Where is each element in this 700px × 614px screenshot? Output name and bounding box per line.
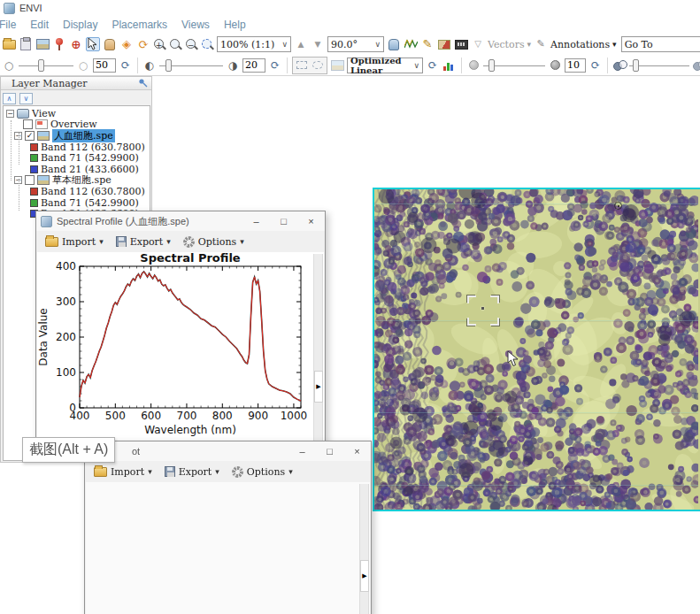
- dropdown-arrow-icon: ▾: [166, 237, 171, 246]
- sharpen-slider[interactable]: [483, 58, 545, 73]
- brightness-slider-thumb[interactable]: [38, 59, 44, 72]
- options-menu[interactable]: Options ▾: [183, 236, 244, 248]
- export-menu[interactable]: Export ▾: [116, 236, 171, 248]
- plot-window-titlebar[interactable]: ot – □ ×: [85, 441, 371, 461]
- sharpen-slider-thumb[interactable]: [488, 59, 495, 72]
- chip-view-icon[interactable]: [35, 37, 50, 51]
- annotations-dropdown[interactable]: ✎ Annotations ▾: [534, 37, 617, 51]
- image-display-view[interactable]: [373, 188, 700, 511]
- menu-edit[interactable]: Edit: [27, 18, 51, 32]
- transparency-slider-thumb[interactable]: [633, 59, 639, 72]
- tree-item-file1[interactable]: − ✓ 人血细胞.spe: [4, 130, 150, 142]
- overview-icon: [35, 119, 48, 129]
- envi-application: ENVI File Edit Display Placemarks Views …: [0, 0, 700, 614]
- import-menu[interactable]: Import ▾: [94, 466, 152, 478]
- collapse-right-icon: ▶: [316, 383, 320, 390]
- export-menu[interactable]: Export ▾: [165, 466, 219, 478]
- expand-panel-handle[interactable]: ▶: [360, 560, 369, 592]
- layer-manager-header[interactable]: Layer Manager: [1, 77, 151, 90]
- transparency-low-icon: [612, 58, 627, 73]
- zoom-tool-icon[interactable]: [169, 38, 182, 51]
- rotate-view-icon[interactable]: ⟳: [136, 37, 150, 51]
- sharpen-input[interactable]: [565, 58, 586, 73]
- options-menu[interactable]: Options ▾: [232, 466, 293, 478]
- minimize-button[interactable]: –: [242, 211, 270, 231]
- collapse-all-button[interactable]: ∧: [3, 93, 16, 104]
- vectors-icon: ▽: [471, 37, 485, 51]
- menu-file[interactable]: File: [0, 18, 19, 32]
- sharpen-low-icon: [466, 58, 481, 73]
- zoom-down-icon[interactable]: ▼: [311, 37, 325, 51]
- data-manager-icon[interactable]: [19, 37, 33, 51]
- contrast-slider[interactable]: [159, 58, 223, 73]
- crosshairs-icon[interactable]: ⊕: [69, 37, 83, 51]
- export-icon: [165, 466, 175, 477]
- tree-item-band[interactable]: Band 71 (542.9900): [4, 152, 150, 164]
- brightness-slider[interactable]: [19, 58, 73, 73]
- band-math-icon[interactable]: [454, 37, 468, 51]
- spectral-profile-icon[interactable]: [404, 37, 418, 51]
- transparency-slider[interactable]: [629, 58, 689, 73]
- contrast-slider-thumb[interactable]: [165, 59, 172, 72]
- minimize-button[interactable]: –: [288, 441, 316, 461]
- fly-tool-icon[interactable]: ◈: [119, 37, 134, 51]
- plot-window[interactable]: ot – □ × Import ▾ Export ▾ Options ▾: [84, 441, 372, 614]
- spectral-window-titlebar[interactable]: Spectral Profile (人血细胞.spe) – □ ×: [36, 211, 325, 231]
- expand-all-button[interactable]: ∨: [19, 93, 33, 104]
- select-cursor-icon[interactable]: [86, 37, 100, 51]
- arbitrary-profile-icon[interactable]: [387, 37, 401, 51]
- zoom-level-select[interactable]: 100% (1:1) ∨: [217, 36, 291, 52]
- file1-checkbox[interactable]: ✓: [25, 131, 35, 141]
- vectors-dropdown[interactable]: ▽ Vectors ▾: [471, 37, 531, 51]
- contrast-input[interactable]: [242, 58, 265, 73]
- tree-item-band[interactable]: Band 112 (630.7800): [4, 142, 150, 153]
- goto-combobox[interactable]: Go To ∨: [621, 36, 700, 52]
- main-toolbar: ⊕ ◈ ⟳ + − 100% (1:1) ∨ ▲ ▼ 90.0° ∨ ✎ ▽ V…: [0, 34, 700, 55]
- brightness-input[interactable]: [93, 58, 116, 73]
- menu-views[interactable]: Views: [179, 18, 212, 32]
- pan-hand-icon[interactable]: [103, 37, 117, 51]
- zoom-out-icon[interactable]: −: [185, 38, 198, 51]
- open-file-icon[interactable]: [2, 37, 16, 51]
- rotation-select[interactable]: 90.0° ∨: [327, 36, 384, 52]
- menu-help[interactable]: Help: [221, 18, 249, 32]
- annotation-pencil-icon[interactable]: ✎: [420, 37, 435, 51]
- menu-display[interactable]: Display: [60, 18, 100, 32]
- file2-checkbox[interactable]: [25, 175, 35, 185]
- collapse-icon[interactable]: −: [6, 110, 14, 118]
- stretch-ellipse-icon[interactable]: [311, 58, 325, 73]
- green-band-chip: [30, 154, 38, 162]
- import-menu[interactable]: Import ▾: [45, 236, 104, 248]
- tree-item-band[interactable]: Band 71 (542.9900): [4, 197, 150, 209]
- zoom-to-extent-icon[interactable]: [201, 38, 214, 51]
- menu-placemarks[interactable]: Placemarks: [109, 18, 170, 32]
- layer-manager-title: Layer Manager: [12, 78, 88, 89]
- spectral-profile-window[interactable]: Spectral Profile (人血细胞.spe) – □ × Import…: [35, 211, 326, 448]
- pin-panel-icon[interactable]: [138, 78, 148, 89]
- stretch-apply-icon[interactable]: [330, 58, 344, 73]
- brightness-high-icon: ○: [76, 58, 90, 73]
- maximize-button[interactable]: □: [316, 441, 343, 461]
- stretch-type-select[interactable]: Optimized Linear ∨: [347, 58, 423, 73]
- zoom-up-icon[interactable]: ▲: [294, 37, 308, 51]
- expand-panel-handle[interactable]: ▶: [314, 371, 323, 403]
- maximize-button[interactable]: □: [270, 211, 297, 231]
- stretch-reset-icon[interactable]: ⟳: [426, 58, 440, 73]
- brightness-reset-icon[interactable]: ⟳: [119, 58, 133, 73]
- histogram-stretch-icon[interactable]: [442, 58, 457, 73]
- tree-item-file2[interactable]: − 草本细胞.spe: [4, 175, 150, 187]
- selection-bracket-icon: [467, 318, 476, 326]
- stretch-rectangle-icon[interactable]: [295, 58, 309, 73]
- close-button[interactable]: ×: [297, 211, 325, 231]
- contrast-reset-icon[interactable]: ⟳: [268, 58, 282, 73]
- overview-checkbox[interactable]: [23, 119, 33, 129]
- raster-color-slice-icon[interactable]: [437, 37, 451, 51]
- tree-item-view[interactable]: − View: [4, 108, 150, 119]
- close-button[interactable]: ×: [343, 441, 371, 461]
- toolbar-separator: [461, 58, 462, 73]
- sharpen-reset-icon[interactable]: ⟳: [588, 58, 603, 73]
- placemark-icon[interactable]: [52, 37, 66, 51]
- tree-item-band[interactable]: Band 112 (630.7800): [4, 186, 150, 197]
- zoom-in-icon[interactable]: +: [153, 38, 166, 51]
- microscopy-image[interactable]: [374, 189, 698, 510]
